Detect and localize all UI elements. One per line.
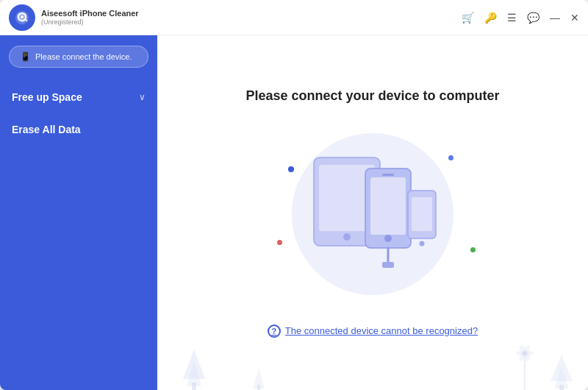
help-link-text: The connected device cannot be recognize…	[285, 325, 478, 336]
menu-icon[interactable]: ☰	[507, 12, 517, 24]
close-icon[interactable]: ✕	[570, 12, 579, 24]
sidebar-item-erase-all-data[interactable]: Erase All Data	[0, 113, 157, 146]
connect-device-button[interactable]: 📱 Please connect the device.	[9, 46, 148, 68]
svg-rect-8	[382, 174, 394, 176]
app-window: Aiseesoft iPhone Cleaner (Unregistered) …	[0, 0, 588, 390]
dot-red-ml	[277, 240, 282, 245]
phone-icon: 📱	[20, 52, 31, 62]
svg-rect-2	[21, 15, 24, 18]
svg-point-24	[523, 351, 527, 355]
sidebar: 📱 Please connect the device. Free up Spa…	[0, 35, 157, 390]
svg-marker-15	[187, 361, 201, 386]
main-layout: 📱 Please connect the device. Free up Spa…	[0, 35, 588, 390]
app-name: Aiseesoft iPhone Cleaner	[41, 9, 139, 18]
erase-all-data-label: Erase All Data	[12, 124, 81, 135]
svg-point-22	[518, 344, 532, 363]
page-title: Please connect your device to computer	[245, 88, 499, 104]
svg-rect-11	[412, 197, 432, 231]
dot-green-mr	[470, 247, 476, 252]
svg-point-12	[420, 241, 425, 246]
svg-point-5	[343, 233, 351, 241]
svg-marker-16	[183, 350, 205, 379]
device-illustration	[248, 126, 498, 302]
svg-point-21	[516, 350, 534, 356]
dot-blue-tl	[288, 166, 294, 172]
chat-icon[interactable]: 💬	[527, 12, 539, 24]
content-area: Please connect your device to computer	[157, 35, 588, 390]
svg-marker-26	[551, 355, 573, 381]
svg-point-9	[384, 235, 392, 242]
connect-button-label: Please connect the device.	[35, 52, 132, 61]
dot-blue-tr	[448, 155, 453, 160]
key-icon[interactable]: 🔑	[484, 12, 497, 24]
help-icon: ?	[268, 325, 281, 338]
devices-svg	[299, 143, 446, 286]
free-up-space-label: Free up Space	[12, 91, 82, 103]
svg-rect-19	[257, 385, 260, 390]
app-subtitle: (Unregistered)	[41, 18, 139, 26]
sidebar-item-free-up-space[interactable]: Free up Space ∨	[0, 81, 157, 113]
svg-marker-18	[253, 368, 265, 389]
svg-rect-17	[192, 383, 196, 390]
app-title-block: Aiseesoft iPhone Cleaner (Unregistered)	[41, 9, 139, 26]
minimize-icon[interactable]: —	[550, 12, 560, 24]
svg-rect-7	[370, 177, 406, 235]
svg-rect-27	[559, 385, 564, 390]
chevron-down-icon: ∨	[139, 92, 146, 102]
title-bar: Aiseesoft iPhone Cleaner (Unregistered) …	[0, 0, 588, 35]
app-logo	[9, 4, 35, 31]
background-decorations	[157, 331, 588, 390]
cart-icon[interactable]: 🛒	[462, 12, 474, 24]
title-bar-actions: 🛒 🔑 ☰ 💬 — ✕	[462, 12, 579, 24]
svg-marker-25	[554, 366, 569, 389]
help-link[interactable]: ? The connected device cannot be recogni…	[268, 325, 478, 338]
svg-point-23	[518, 344, 532, 363]
svg-rect-14	[382, 262, 394, 268]
